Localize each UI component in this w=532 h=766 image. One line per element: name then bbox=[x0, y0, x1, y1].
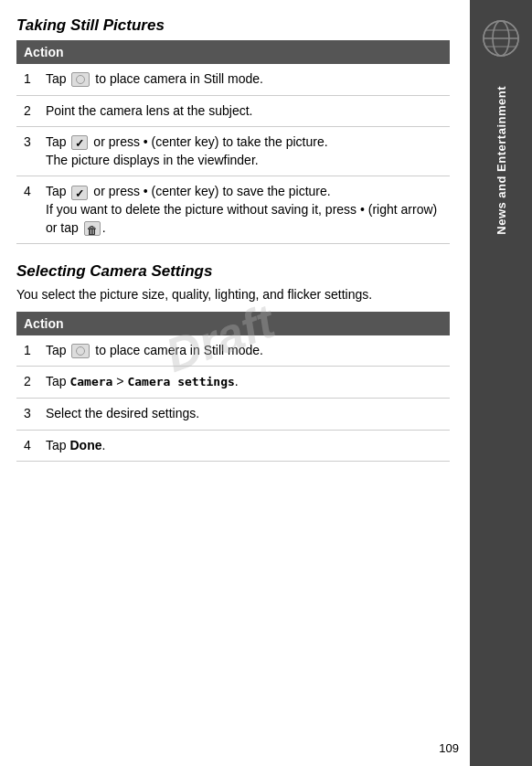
table-row: 1 Tap to place camera in Still mode. bbox=[16, 64, 450, 95]
row-number: 3 bbox=[16, 127, 42, 176]
right-sidebar: News and Entertainment bbox=[470, 0, 532, 766]
section2-table-header: Action bbox=[16, 312, 450, 335]
row-number: 2 bbox=[16, 367, 42, 399]
row-content: Tap Done. bbox=[42, 430, 450, 462]
row-content: Tap or press • (center key) to save the … bbox=[42, 176, 450, 244]
page-number: 109 bbox=[439, 741, 459, 755]
table-row: 1 Tap to place camera in Still mode. bbox=[16, 335, 450, 367]
sidebar-label: News and Entertainment bbox=[495, 86, 508, 235]
section2-action-label: Action bbox=[16, 312, 450, 335]
menu-item-settings: Camera settings bbox=[127, 375, 234, 388]
row-number: 1 bbox=[16, 64, 42, 95]
table-row: 3 Tap or press • (center key) to take th… bbox=[16, 127, 450, 176]
table-row: 4 Tap Done. bbox=[16, 430, 450, 462]
table-row: 2 Tap Camera > Camera settings. bbox=[16, 367, 450, 399]
row-content: Select the desired settings. bbox=[42, 398, 450, 430]
section1-table-header: Action bbox=[16, 40, 450, 64]
row-content: Tap to place camera in Still mode. bbox=[42, 64, 450, 95]
checkmark-icon bbox=[71, 135, 88, 150]
row-number: 4 bbox=[16, 430, 42, 462]
checkmark-icon bbox=[71, 186, 88, 200]
done-label: Done bbox=[69, 438, 101, 452]
row-content: Tap Camera > Camera settings. bbox=[42, 367, 450, 399]
section2-table: Action 1 Tap to place camera in Still mo… bbox=[16, 312, 450, 462]
row-content: Tap or press • (center key) to take the … bbox=[42, 127, 450, 176]
section1-action-label: Action bbox=[16, 40, 450, 64]
main-content: Taking Still Pictures Action 1 Tap to pl… bbox=[0, 0, 466, 766]
table-row: 4 Tap or press • (center key) to save th… bbox=[16, 176, 450, 244]
row-number: 4 bbox=[16, 176, 42, 244]
camera-icon bbox=[71, 344, 90, 358]
table-row: 3 Select the desired settings. bbox=[16, 398, 450, 430]
section1-table: Action 1 Tap to place camera in Still mo… bbox=[16, 40, 450, 244]
section2-title: Selecting Camera Settings bbox=[16, 262, 450, 281]
menu-item-camera: Camera bbox=[69, 375, 112, 388]
row-number: 3 bbox=[16, 398, 42, 430]
section2-intro: You select the picture size, quality, li… bbox=[16, 286, 450, 304]
table-row: 2 Point the camera lens at the subject. bbox=[16, 95, 450, 127]
row-number: 2 bbox=[16, 95, 42, 127]
row-number: 1 bbox=[16, 335, 42, 367]
globe-icon bbox=[481, 18, 521, 59]
row-content: Tap to place camera in Still mode. bbox=[42, 335, 450, 367]
camera-icon bbox=[71, 72, 90, 87]
trash-icon bbox=[84, 221, 101, 236]
section1-title: Taking Still Pictures bbox=[16, 16, 450, 35]
row-content: Point the camera lens at the subject. bbox=[42, 95, 450, 127]
